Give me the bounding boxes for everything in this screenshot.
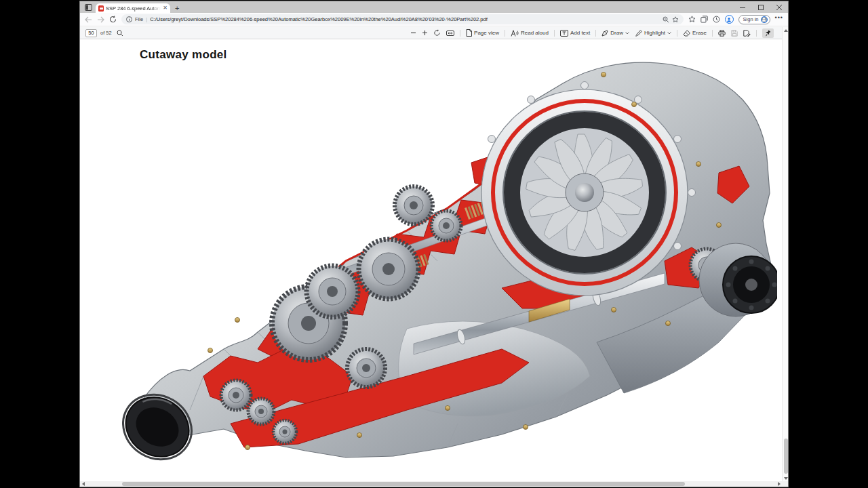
settings-menu-button[interactable]: ••• [775,17,783,22]
page-number-input[interactable] [85,29,97,37]
maximize-button[interactable] [751,1,770,13]
new-tab-button[interactable]: + [175,5,179,12]
collections-icon [701,16,708,23]
profile-person-icon [726,17,732,22]
browser-window: SSP 284 6-speed Automatic Gea ✕ + [80,1,788,487]
scroll-down-arrow-icon[interactable] [783,475,789,481]
refresh-icon [109,16,117,23]
scheme-label: File [135,16,143,22]
toolbar-divider [595,30,596,37]
search-icon [117,30,123,37]
fit-to-width-button[interactable] [446,30,454,37]
url-field[interactable]: File | C:/Users/greyt/Downloads/SSP%2028… [121,14,684,24]
sign-in-button[interactable]: Sign in [738,15,770,24]
page-view-label: Page view [474,30,499,36]
forward-button[interactable] [97,16,104,23]
draw-button[interactable]: Draw [601,30,629,37]
pin-toolbar-button[interactable] [762,28,774,38]
tab-title: SSP 284 6-speed Automatic Gea [106,5,161,12]
url-text: C:/Users/greyt/Downloads/SSP%20284%206-s… [150,16,659,22]
minus-icon [410,30,416,36]
back-arrow-icon [85,16,92,23]
active-tab[interactable]: SSP 284 6-speed Automatic Gea ✕ [96,3,170,13]
pdf-tool-group: Page view Read aloud Add text Draw Highl… [410,28,776,38]
chevron-down-icon [625,32,629,35]
zoom-in-button[interactable] [422,30,428,36]
page-count-label: of 52 [100,30,112,36]
vertical-tabs-icon [85,4,92,11]
add-favorite-icon[interactable] [672,16,679,23]
save-icon [731,30,738,37]
erase-button[interactable]: Erase [683,30,707,37]
scrollbar-corner [782,481,788,487]
gearbox-cutaway-figure [122,58,777,472]
pdf-toolbar: of 52 Page view [80,27,782,39]
scroll-up-arrow-icon[interactable] [783,27,789,33]
chevron-down-icon [667,32,671,35]
erase-label: Erase [692,30,707,36]
refresh-button[interactable] [109,16,117,23]
pdf-page: Cutaway model [80,40,782,481]
scroll-left-arrow-icon[interactable] [80,481,86,487]
sign-in-label: Sign in [743,16,759,22]
draw-pen-icon [601,30,608,37]
collections-button[interactable] [701,16,708,23]
read-aloud-label: Read aloud [521,30,549,36]
favorites-star-icon [688,16,696,23]
toolbar-divider [505,30,505,37]
eraser-icon [683,30,690,37]
horizontal-scroll-thumb[interactable] [122,482,685,486]
address-bar: File | C:/Users/greyt/Downloads/SSP%2028… [80,13,788,26]
page-view-icon [466,29,472,37]
pin-icon [765,30,771,37]
printer-icon [718,30,726,37]
toolbar-divider [712,30,713,37]
tab-actions-menu-button[interactable] [83,3,93,12]
plus-icon [422,30,428,36]
rotate-icon [433,29,441,37]
add-text-icon [560,30,568,37]
vertical-scrollbar[interactable] [782,27,788,481]
save-as-button[interactable] [743,30,751,37]
horizontal-scrollbar[interactable] [80,481,782,487]
read-aloud-button[interactable]: Read aloud [511,30,549,37]
find-in-document-button[interactable] [117,30,123,37]
history-clock-icon [713,16,720,23]
print-button[interactable] [718,30,726,37]
profile-sync-button[interactable] [725,15,734,24]
avatar [761,16,768,23]
page-view-button[interactable]: Page view [466,29,499,37]
add-text-label: Add text [570,30,590,36]
back-button[interactable] [85,16,92,23]
toolbar-divider [677,30,677,37]
window-controls [733,1,788,13]
vertical-scroll-thumb[interactable] [784,439,788,474]
zoom-page-icon[interactable] [663,16,669,23]
highlighter-icon [635,30,642,37]
tab-strip: SSP 284 6-speed Automatic Gea ✕ + [80,1,788,13]
scroll-right-arrow-icon[interactable] [776,481,782,487]
toolbar-divider [756,30,757,37]
minimize-button[interactable] [733,1,751,13]
scheme-separator: | [146,16,147,22]
toolbar-divider [554,30,555,37]
rotate-button[interactable] [433,29,441,37]
zoom-out-button[interactable] [410,30,416,36]
forward-arrow-icon [97,16,104,23]
page-info-icon[interactable] [126,16,132,22]
pdf-file-icon [98,5,104,12]
highlight-label: Highlight [644,30,665,36]
minimize-icon [740,5,745,10]
history-button[interactable] [713,16,720,23]
save-button[interactable] [731,30,738,37]
add-text-button[interactable]: Add text [560,30,590,37]
close-icon [776,5,782,10]
highlight-button[interactable]: Highlight [635,30,671,37]
favorites-button[interactable] [688,16,696,23]
toolbar-divider [460,30,460,37]
maximize-icon [758,5,764,10]
draw-label: Draw [610,30,623,36]
tab-close-icon[interactable]: ✕ [163,5,167,11]
save-as-icon [743,30,751,37]
close-window-button[interactable] [770,1,788,13]
